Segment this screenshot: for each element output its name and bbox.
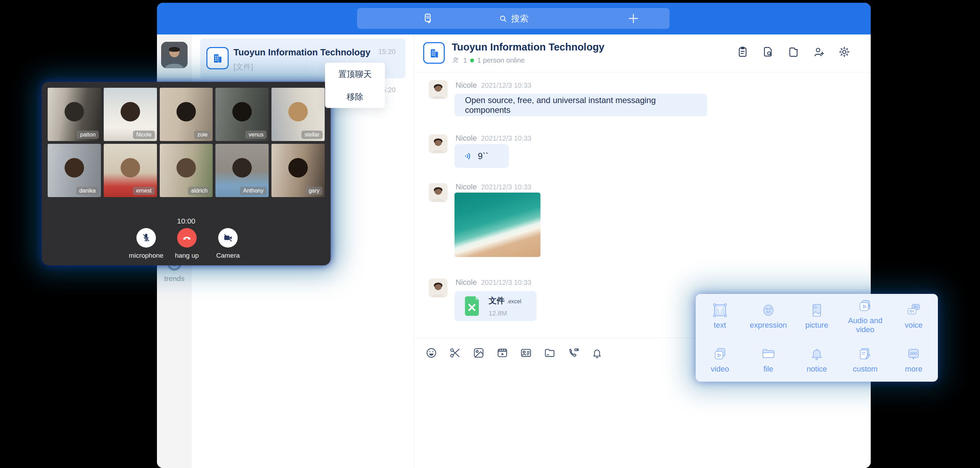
panel-label: voice bbox=[889, 321, 938, 330]
video-tile: patton bbox=[48, 88, 101, 141]
panel-label: more bbox=[889, 364, 938, 374]
page: 搜索 bbox=[0, 0, 980, 468]
video-tile: aldrich bbox=[160, 144, 213, 197]
chat-header: Tuoyun Information Technology 1 1 person… bbox=[414, 35, 871, 72]
message-meta: Nicole2021/12/3 10:33 bbox=[455, 182, 531, 192]
group-file-icon[interactable] bbox=[787, 46, 800, 58]
chat-header-actions bbox=[737, 46, 851, 58]
message-time: 2021/12/3 10:33 bbox=[481, 134, 531, 142]
panel-item-notice[interactable]: notice bbox=[792, 346, 841, 374]
panel-item-picture[interactable]: picture bbox=[792, 302, 841, 330]
panel-label: file bbox=[744, 364, 792, 374]
audio-video-icon bbox=[857, 297, 873, 314]
video-tile: Anthony bbox=[215, 144, 269, 197]
trends-label: trends bbox=[157, 275, 192, 283]
participant-name-badge: gary bbox=[305, 187, 323, 195]
contact-card-icon[interactable] bbox=[520, 347, 532, 359]
call-record-icon[interactable] bbox=[737, 46, 749, 58]
voice-wave-icon bbox=[463, 152, 473, 161]
panel-item-voice[interactable]: voice bbox=[889, 302, 938, 330]
hangup-control: hang up bbox=[166, 228, 208, 259]
sender-avatar[interactable] bbox=[429, 80, 447, 99]
menu-item-pin-chat[interactable]: 置顶聊天 bbox=[325, 63, 385, 85]
participant-name-badge: Nicole bbox=[133, 131, 154, 139]
voice-duration: 9`` bbox=[478, 151, 488, 161]
menu-item-remove[interactable]: 移除 bbox=[325, 85, 385, 108]
screenshot-scissors-icon[interactable] bbox=[449, 347, 461, 359]
message-meta: Nicole2021/12/3 10:33 bbox=[455, 134, 531, 143]
settings-gear-icon[interactable] bbox=[838, 46, 851, 58]
message-search-icon[interactable] bbox=[762, 46, 774, 58]
add-member-icon[interactable] bbox=[813, 46, 825, 58]
video-tile: ernest bbox=[104, 144, 157, 197]
text-message-bubble[interactable]: Open source, free, and universal instant… bbox=[455, 94, 707, 116]
panel-item-more[interactable]: more bbox=[889, 346, 938, 374]
message-time: 2021/12/3 10:33 bbox=[481, 183, 531, 191]
participant-name-badge: ernest bbox=[133, 187, 154, 195]
search-icon bbox=[498, 14, 508, 23]
panel-label: Audio and video bbox=[841, 316, 889, 334]
panel-item-text[interactable]: text bbox=[696, 302, 744, 330]
video-tile: gary bbox=[272, 144, 325, 197]
group-avatar bbox=[206, 47, 229, 69]
camera-label: Camera bbox=[207, 252, 249, 259]
hang-up-icon bbox=[181, 232, 192, 243]
folder-icon[interactable] bbox=[544, 347, 556, 359]
microphone-button[interactable] bbox=[137, 228, 156, 248]
voice-panel-icon bbox=[905, 302, 922, 319]
panel-item-audio-video[interactable]: Audio and video bbox=[841, 297, 889, 334]
call-icon[interactable] bbox=[567, 347, 579, 359]
composer-capability-panel: text expression picture bbox=[696, 294, 938, 382]
panel-item-custom[interactable]: custom bbox=[841, 346, 889, 374]
panel-item-video[interactable]: video bbox=[696, 346, 744, 374]
video-icon[interactable] bbox=[496, 347, 508, 359]
online-status: 1 person online bbox=[477, 56, 525, 64]
camera-button[interactable] bbox=[218, 228, 238, 248]
composer-toolbar bbox=[425, 347, 603, 359]
notification-bell-icon[interactable] bbox=[591, 347, 603, 359]
search-bar[interactable]: 搜索 bbox=[357, 8, 670, 29]
notice-bell-icon bbox=[808, 346, 825, 363]
search-field[interactable]: 搜索 bbox=[357, 8, 670, 29]
search-placeholder: 搜索 bbox=[511, 13, 529, 24]
panel-label: text bbox=[696, 321, 744, 330]
video-tile: zoie bbox=[160, 88, 213, 141]
message-text: Open source, free, and universal instant… bbox=[465, 96, 697, 115]
sender-avatar[interactable] bbox=[429, 134, 447, 153]
participant-name-badge: danika bbox=[76, 187, 99, 195]
microphone-control: microphone bbox=[125, 228, 167, 259]
message-meta: Nicole2021/12/3 10:33 bbox=[455, 278, 531, 287]
image-message[interactable] bbox=[455, 193, 541, 257]
hang-up-button[interactable] bbox=[177, 228, 197, 248]
chat-subtitle: 1 1 person online bbox=[452, 56, 525, 64]
panel-item-file[interactable]: file bbox=[744, 346, 792, 374]
hangup-label: hang up bbox=[166, 252, 208, 259]
file-panel-icon bbox=[760, 346, 777, 363]
message-time: 2021/12/3 10:33 bbox=[481, 81, 531, 89]
panel-item-expression[interactable]: expression bbox=[744, 302, 792, 330]
member-count: 1 bbox=[463, 56, 467, 64]
camera-control: Camera bbox=[207, 228, 249, 259]
custom-icon bbox=[857, 346, 873, 363]
members-icon bbox=[452, 56, 460, 64]
call-grid: pattonNicolezoievenusstellardanikaernest… bbox=[48, 88, 325, 197]
sender-avatar[interactable] bbox=[429, 279, 447, 297]
add-button[interactable] bbox=[627, 8, 640, 29]
conversation-time: 15:20 bbox=[378, 48, 396, 56]
emoji-icon[interactable] bbox=[425, 347, 438, 359]
file-message-bubble[interactable]: 文件.excel 12.8M bbox=[455, 291, 537, 321]
voice-message-bubble[interactable]: 9`` bbox=[455, 144, 509, 168]
chat-title: Tuoyun Information Technology bbox=[452, 42, 605, 53]
more-icon bbox=[905, 346, 922, 363]
participant-name-badge: zoie bbox=[194, 131, 210, 139]
participant-name-badge: stellar bbox=[301, 131, 323, 139]
text-icon bbox=[712, 302, 729, 319]
sender-avatar[interactable] bbox=[429, 183, 447, 202]
excel-file-icon bbox=[462, 296, 482, 316]
user-avatar[interactable] bbox=[161, 42, 188, 68]
message-time: 2021/12/3 10:33 bbox=[481, 279, 531, 286]
video-tile: danika bbox=[48, 144, 101, 197]
picture-icon[interactable] bbox=[473, 347, 485, 359]
file-ext: .excel bbox=[507, 299, 521, 304]
sender-name: Nicole bbox=[455, 278, 477, 287]
